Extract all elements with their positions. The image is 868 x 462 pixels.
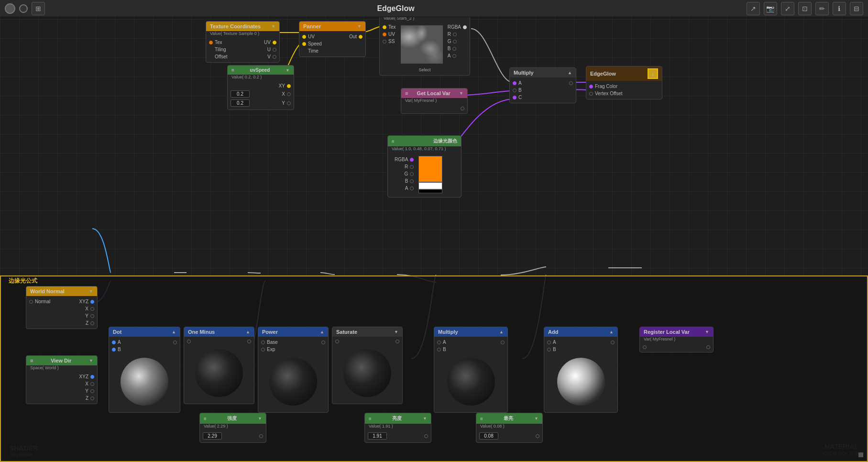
select-button[interactable]: Select <box>418 67 430 72</box>
window-icon[interactable]: ⊟ <box>850 2 863 15</box>
expand-arrow[interactable]: ▼ <box>423 416 427 421</box>
pin-row-z: Z <box>26 319 97 327</box>
pin-row-exp: Exp <box>258 346 328 353</box>
out-pin <box>321 341 325 344</box>
b-label: B <box>443 347 446 352</box>
expand-arrow[interactable]: ▼ <box>357 24 362 29</box>
node-header[interactable]: ≡ 亮度 ▼ <box>365 413 431 424</box>
node-header[interactable]: ≡ Get Local Var ▼ <box>401 88 467 98</box>
node-header[interactable]: ≡ uvSpeed ▼ <box>228 66 294 75</box>
b-pin <box>112 348 116 352</box>
node-header[interactable]: ≡ 强度 ▼ <box>200 413 266 424</box>
grid-icon[interactable]: ⊞ <box>32 2 45 15</box>
node-subtext: Value( 1.91 ) <box>365 424 431 429</box>
node-header[interactable]: Multiply ▲ <box>434 327 507 337</box>
view-dir-node: ≡ View Dir ▼ Space( World ) XYZ X Y <box>26 355 98 404</box>
power-node: Power ▲ Base Exp <box>258 327 329 413</box>
zuidaliang-value[interactable]: 0.08 <box>479 432 498 440</box>
r-label: R <box>448 32 451 37</box>
expand-arrow[interactable]: ▼ <box>89 289 93 294</box>
pin-row-c: C <box>510 94 576 101</box>
add-node: Add ▲ A B <box>544 327 618 413</box>
pin-row-val: 2.29 <box>200 431 266 440</box>
node-header[interactable]: Saturate ▼ <box>332 327 402 337</box>
node-header[interactable]: Power ▲ <box>258 327 328 337</box>
node-title: 强度 <box>227 415 237 422</box>
expand-arrow[interactable]: ▲ <box>609 330 614 334</box>
y-value[interactable]: 0.2 <box>231 99 250 107</box>
node-header[interactable]: Texture Coordinates ▼ <box>206 22 279 31</box>
node-title: Multiply <box>514 70 534 76</box>
expand-arrow[interactable]: ▲ <box>568 70 572 75</box>
out-pin <box>536 434 539 438</box>
expand-arrow[interactable]: ▼ <box>534 416 538 421</box>
g-pin <box>410 172 414 176</box>
b-pin <box>513 88 516 92</box>
expand-icon[interactable]: ⊡ <box>798 2 812 15</box>
expand-arrow[interactable]: ▲ <box>499 330 504 334</box>
y-label: Y <box>282 100 285 106</box>
node-header[interactable]: Add ▲ <box>544 327 617 337</box>
node-header[interactable]: Dot ▲ <box>109 327 180 337</box>
v-label-right: V <box>267 54 271 59</box>
node-header[interactable]: One Minus ▲ <box>184 327 254 337</box>
out-pin <box>259 434 263 438</box>
expand-arrow[interactable]: ▼ <box>705 330 709 334</box>
expand-arrow[interactable]: ▲ <box>320 330 324 334</box>
qiangdu-value[interactable]: 2.29 <box>203 432 222 440</box>
node-title: Add <box>548 329 558 335</box>
x-pin <box>287 92 291 96</box>
node-body: A B <box>434 337 507 412</box>
camera-icon[interactable]: 📷 <box>764 2 777 15</box>
out-pin <box>706 345 710 349</box>
x-pin <box>90 307 94 311</box>
menu-icon: ≡ <box>480 416 483 421</box>
multiply-preview <box>447 358 495 406</box>
app-title: EdgeGlow <box>377 4 414 13</box>
node-header[interactable]: Register Local Var ▼ <box>640 327 713 337</box>
pin-row-val: 1.91 <box>365 431 431 440</box>
circle-icon2[interactable] <box>19 4 28 13</box>
node-body: Tex UV Tiling U Offset V <box>206 37 279 62</box>
node-header[interactable]: Panner ▼ <box>299 22 365 31</box>
info-icon[interactable]: ℹ <box>833 2 846 15</box>
b-pin <box>437 348 441 352</box>
node-header[interactable]: ≡ 边缘光颜色 <box>388 136 461 146</box>
node-header[interactable]: ≡ View Dir ▼ <box>26 356 97 365</box>
node-header[interactable]: Multiply ▲ <box>510 68 576 77</box>
pin-row-b: B <box>434 346 507 353</box>
node-title: Saturate <box>336 329 357 335</box>
expand-arrow[interactable]: ▲ <box>246 330 250 334</box>
a-label: A <box>518 80 522 86</box>
top-bar-left: ⊞ <box>5 2 45 15</box>
pin-row-b: B <box>445 45 470 52</box>
brush-icon[interactable]: ✏ <box>815 2 829 15</box>
speed-label: Speed <box>308 41 322 46</box>
pin-row-x: X <box>26 305 97 312</box>
share-icon[interactable]: ↗ <box>747 2 760 15</box>
frag-pin <box>589 85 593 88</box>
speed-in-pin <box>302 42 306 46</box>
expand-arrow[interactable]: ▼ <box>258 416 262 421</box>
node-header[interactable]: World Normal ▼ <box>26 286 97 296</box>
pin-row-rgba: RGBA <box>445 23 470 31</box>
expand-arrow[interactable]: ▼ <box>271 24 275 29</box>
resize-icon[interactable]: ⤢ <box>781 2 794 15</box>
expand-arrow[interactable]: ▼ <box>459 91 463 96</box>
expand-arrow[interactable]: ▲ <box>172 330 176 334</box>
expand-arrow[interactable]: ▼ <box>89 358 93 363</box>
x-value[interactable]: 0.2 <box>231 90 250 98</box>
expand-arrow[interactable]: ▼ <box>394 330 398 334</box>
liangdu-value[interactable]: 1.91 <box>368 432 387 440</box>
x-label: X <box>282 91 285 97</box>
circle-icon[interactable] <box>5 3 15 14</box>
download-icon[interactable]: ↓ <box>648 68 658 79</box>
uv-label-right: UV <box>264 40 271 45</box>
expand-arrow[interactable]: ▼ <box>286 68 290 73</box>
multiply-top-node: Multiply ▲ A B C <box>509 67 576 103</box>
node-header[interactable]: EdgeGlow ↓ <box>586 66 662 81</box>
node-header[interactable]: ≡ 最亮 ▼ <box>476 413 542 424</box>
node-title: 边缘光颜色 <box>433 138 457 144</box>
tex-pin <box>209 41 213 44</box>
resize-handle[interactable] <box>858 452 863 457</box>
